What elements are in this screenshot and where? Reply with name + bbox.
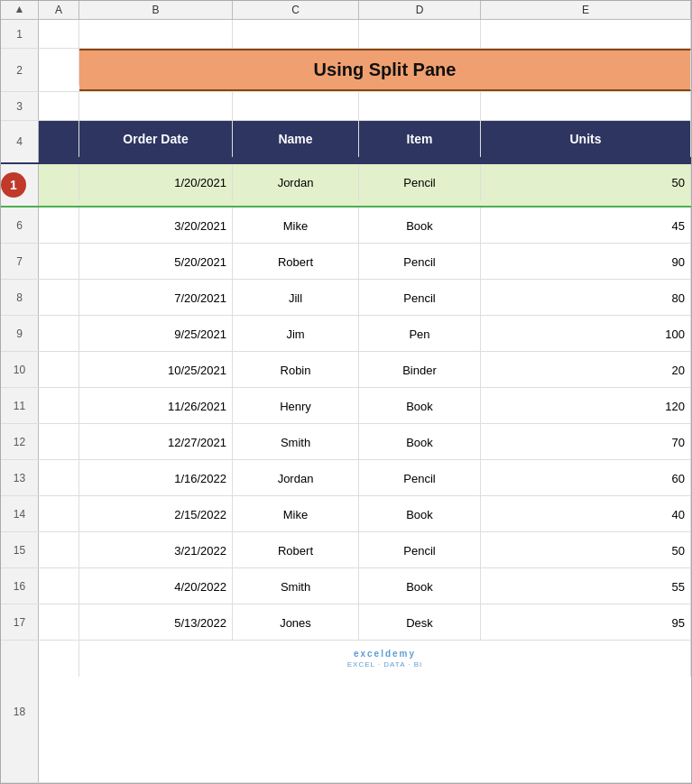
cell-15a xyxy=(39,532,79,568)
cell-16d: Book xyxy=(359,568,481,604)
row-num-7: 7 xyxy=(1,244,39,279)
cell-5a xyxy=(39,164,79,200)
row-number: 3 xyxy=(16,100,23,113)
name-7: Robert xyxy=(278,255,313,269)
spreadsheet-title: Using Split Pane xyxy=(314,60,457,80)
units-10: 20 xyxy=(672,364,685,377)
cell-10a xyxy=(39,352,79,388)
cell-18a xyxy=(39,641,79,677)
item-16: Book xyxy=(406,580,433,594)
spreadsheet: ▲ A B C D E 1 2 Using Split Pane 3 4 Ord… xyxy=(0,0,692,784)
row-17: 17 5/13/2022 Jones Desk 95 xyxy=(1,604,691,641)
row-num-6: 6 xyxy=(1,208,39,243)
cell-11c: Henry xyxy=(233,388,359,424)
row-number: 8 xyxy=(16,291,23,304)
units-6: 45 xyxy=(672,219,685,233)
row-16: 16 4/20/2022 Smith Book 55 xyxy=(1,568,691,604)
cell-7a xyxy=(39,244,79,280)
row-num-15: 15 xyxy=(1,532,39,567)
cell-7d: Pencil xyxy=(359,244,481,280)
cell-9a xyxy=(39,316,79,352)
item-8: Pencil xyxy=(403,291,435,305)
date-9: 9/25/2021 xyxy=(174,327,226,341)
cell-4b: Order Date xyxy=(79,121,233,157)
row-num-10: 10 xyxy=(1,352,39,387)
row-num-12: 12 xyxy=(1,424,39,459)
row-18: 18 exceldemy EXCEL · DATA · BI xyxy=(1,641,691,783)
col-header-e: E xyxy=(481,1,691,19)
units-13: 60 xyxy=(672,472,685,485)
name-16: Smith xyxy=(281,580,310,594)
cell-17c: Jones xyxy=(233,604,359,641)
row-badge-1: 1 xyxy=(1,172,26,198)
row-num-3: 3 xyxy=(1,92,39,120)
row-number: 17 xyxy=(14,616,25,629)
cell-14d: Book xyxy=(359,496,481,532)
name-9: Jim xyxy=(286,327,304,341)
cell-6e: 45 xyxy=(481,208,691,244)
row-number: 15 xyxy=(14,544,25,557)
row-num-2: 2 xyxy=(1,49,39,91)
cell-12b: 12/27/2021 xyxy=(79,424,233,460)
cell-12e: 70 xyxy=(481,424,691,460)
watermark-area: exceldemy EXCEL · DATA · BI xyxy=(79,641,691,677)
row-10: 10 10/25/2021 Robin Binder 20 xyxy=(1,352,691,388)
row-number: 10 xyxy=(14,364,25,376)
cell-15e: 50 xyxy=(481,532,691,568)
cell-17b: 5/13/2022 xyxy=(79,604,233,641)
column-headers: ▲ A B C D E xyxy=(1,1,691,20)
row-num-18: 18 xyxy=(1,641,39,782)
date-17: 5/13/2022 xyxy=(174,616,226,630)
col-header-d: D xyxy=(359,1,481,19)
col-header-name: Name xyxy=(278,132,312,146)
row-num-9: 9 xyxy=(1,316,39,351)
date-6: 3/20/2021 xyxy=(174,219,226,233)
cell-9d: Pen xyxy=(359,316,481,352)
col-header-b: B xyxy=(79,1,233,19)
row-num-14: 14 xyxy=(1,496,39,531)
cell-16b: 4/20/2022 xyxy=(79,568,233,604)
cell-10d: Binder xyxy=(359,352,481,388)
row-number: 9 xyxy=(16,327,23,340)
cell-13e: 60 xyxy=(481,460,691,496)
watermark-tagline: EXCEL · DATA · BI xyxy=(347,660,423,669)
cell-15b: 3/21/2022 xyxy=(79,532,233,568)
cell-4d: Item xyxy=(359,121,481,157)
cell-8c: Jill xyxy=(233,280,359,316)
cell-7c: Robert xyxy=(233,244,359,280)
date-7: 5/20/2021 xyxy=(174,255,226,269)
date-10: 10/25/2021 xyxy=(168,364,226,377)
cell-14b: 2/15/2022 xyxy=(79,496,233,532)
row-3: 3 xyxy=(1,92,691,121)
item-5: Pencil xyxy=(403,176,435,189)
row-1: 1 xyxy=(1,20,691,49)
row-4-header: 4 Order Date Name Item Units xyxy=(1,121,691,164)
name-14: Mike xyxy=(283,508,308,521)
cell-16e: 55 xyxy=(481,568,691,604)
cell-11d: Book xyxy=(359,388,481,424)
row-11: 11 11/26/2021 Henry Book 120 xyxy=(1,388,691,424)
col-header-item: Item xyxy=(407,132,433,146)
row-8: 8 7/20/2021 Jill Pencil 80 xyxy=(1,280,691,316)
cell-4c: Name xyxy=(233,121,359,157)
cell-11e: 120 xyxy=(481,388,691,424)
row-num-4: 4 xyxy=(1,121,39,162)
date-12: 12/27/2021 xyxy=(168,436,226,449)
row-num-16: 16 xyxy=(1,568,39,604)
cell-10e: 20 xyxy=(481,352,691,388)
cell-7e: 90 xyxy=(481,244,691,280)
corner-cell: ▲ xyxy=(1,1,39,19)
cell-6c: Mike xyxy=(233,208,359,244)
units-9: 100 xyxy=(665,327,685,341)
cell-6b: 3/20/2021 xyxy=(79,208,233,244)
cell-15d: Pencil xyxy=(359,532,481,568)
units-12: 70 xyxy=(672,436,685,449)
row-15: 15 3/21/2022 Robert Pencil 50 xyxy=(1,532,691,568)
item-7: Pencil xyxy=(403,255,435,269)
row-number: 13 xyxy=(14,472,25,484)
title-cell: Using Split Pane xyxy=(79,49,691,91)
row-num-11: 11 xyxy=(1,388,39,423)
col-header-units: Units xyxy=(570,132,602,146)
date-13: 1/16/2022 xyxy=(174,472,226,485)
units-17: 95 xyxy=(672,616,685,630)
